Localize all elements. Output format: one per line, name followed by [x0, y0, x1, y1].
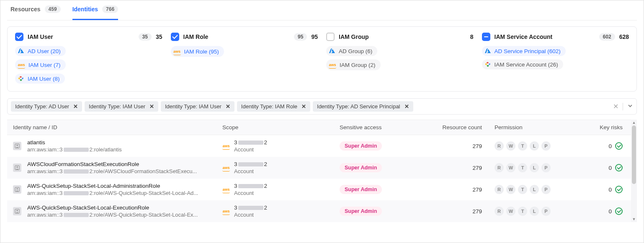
- scope-id: 32: [234, 139, 267, 146]
- chip-remove-icon[interactable]: ✕: [149, 103, 154, 110]
- clear-all-icon[interactable]: ✕: [613, 102, 618, 110]
- identity-table: Identity name / ID Scope Sensitive acces…: [7, 120, 637, 222]
- table-row[interactable]: AWS-QuickSetup-StackSet-Local-ExecutionR…: [7, 200, 637, 222]
- scope-type: Account: [234, 146, 267, 153]
- table-body: atlantis arn:aws:iam::32:role/atlantis a…: [7, 135, 637, 222]
- risk-count: 0: [608, 165, 612, 171]
- perm-pill: T: [518, 141, 527, 151]
- chip-remove-icon[interactable]: ✕: [301, 103, 306, 110]
- table-row[interactable]: atlantis arn:aws:iam::32:role/atlantis a…: [7, 135, 637, 157]
- checkbox-iam-service-account[interactable]: [482, 33, 490, 41]
- perm-pill: W: [506, 207, 515, 216]
- identity-icon: [13, 164, 21, 172]
- permission-pills: RWTLP: [495, 163, 566, 172]
- filter-ad-user[interactable]: AD User (20): [15, 46, 66, 56]
- filter-chip[interactable]: Identity Type: AD User ✕: [11, 101, 82, 112]
- identity-arn: arn:aws:iam::32:role/AWS-QuickSetup-Stac…: [27, 190, 198, 196]
- tab-label: Resources: [10, 6, 41, 13]
- filter-chip[interactable]: Identity Type: IAM User ✕: [161, 101, 234, 112]
- identity-arn: arn:aws:iam::32:role/atlantis: [27, 146, 122, 153]
- filter-ad-service-principal[interactable]: AD Service Principal (602): [482, 46, 566, 56]
- risk-ok-icon: [615, 186, 623, 193]
- checkbox-iam-group[interactable]: [326, 33, 335, 41]
- azure-icon: [18, 48, 24, 54]
- tab-count: 459: [45, 5, 61, 13]
- chip-remove-icon[interactable]: ✕: [73, 103, 78, 110]
- scrollbar[interactable]: ▲ ▼: [631, 120, 637, 222]
- resource-count: 279: [423, 187, 495, 193]
- category-total: 628: [619, 33, 629, 40]
- scroll-thumb[interactable]: [632, 125, 636, 184]
- col-header-resource-count[interactable]: Resource count: [423, 124, 495, 130]
- filter-bar: Identity Type: AD User ✕ Identity Type: …: [7, 98, 637, 115]
- identity-arn: arn:aws:iam::32:role/AWSCloudFormationSt…: [27, 168, 197, 174]
- perm-pill: R: [495, 141, 504, 151]
- category-total: 95: [311, 33, 318, 40]
- aws-icon: aws: [222, 207, 230, 215]
- svg-point-7: [17, 210, 18, 211]
- identity-name: atlantis: [27, 139, 122, 146]
- gcp-icon: [484, 61, 491, 68]
- filter-chip[interactable]: Identity Type: AD Service Principal ✕: [313, 101, 413, 112]
- risk-ok-icon: [615, 142, 623, 150]
- expand-filters-icon[interactable]: [627, 103, 633, 110]
- chip-remove-icon[interactable]: ✕: [404, 103, 409, 110]
- category-subcount: 602: [599, 33, 615, 41]
- scope-type: Account: [234, 190, 267, 196]
- filter-gcp-iam-user[interactable]: IAM User (8): [15, 74, 65, 84]
- perm-pill: W: [506, 141, 515, 151]
- perm-pill: R: [495, 163, 504, 172]
- scope-id: 32: [234, 183, 267, 189]
- category-iam-role: IAM Role 95 95 aws IAM Role (95): [171, 33, 318, 84]
- filter-gcp-iam-service-account[interactable]: IAM Service Account (26): [482, 59, 563, 69]
- filter-aws-iam-user[interactable]: aws IAM User (7): [15, 59, 66, 70]
- sensitive-badge: Super Admin: [340, 163, 382, 172]
- category-title: IAM Role: [183, 33, 209, 40]
- identity-arn: arn:aws:iam::32:role/AWS-QuickSetup-Stac…: [27, 212, 198, 218]
- tab-label: Identities: [72, 6, 98, 13]
- perm-pill: P: [541, 207, 551, 216]
- permission-pills: RWTLP: [495, 207, 566, 216]
- sensitive-badge: Super Admin: [340, 185, 382, 194]
- divider: [623, 103, 623, 110]
- filter-ad-group[interactable]: AD Group (6): [326, 46, 377, 56]
- perm-pill: W: [506, 185, 515, 194]
- identity-icon: [13, 185, 21, 194]
- chip-remove-icon[interactable]: ✕: [226, 103, 230, 110]
- checkbox-iam-user[interactable]: [15, 33, 23, 41]
- scroll-down-icon[interactable]: ▼: [631, 216, 637, 222]
- risk-count: 0: [608, 143, 612, 149]
- risk-count: 0: [608, 187, 612, 193]
- filter-aws-iam-group[interactable]: aws IAM Group (2): [326, 59, 381, 70]
- scroll-up-icon[interactable]: ▲: [631, 120, 637, 125]
- risk-ok-icon: [615, 207, 623, 215]
- filter-aws-iam-role[interactable]: aws IAM Role (95): [171, 46, 224, 57]
- col-header-risk[interactable]: Key risks: [566, 124, 631, 130]
- resource-count: 279: [423, 208, 495, 215]
- tabs: Resources 459 Identities 766: [7, 0, 637, 20]
- category-iam-group: IAM Group 8 AD Group (6) aws IAM Group (…: [326, 33, 474, 84]
- table-row[interactable]: AWS-QuickSetup-StackSet-Local-Administra…: [7, 179, 637, 200]
- perm-pill: L: [530, 163, 539, 172]
- category-title: IAM Group: [339, 33, 369, 40]
- col-header-permission[interactable]: Permission: [495, 124, 566, 130]
- col-header-scope[interactable]: Scope: [222, 124, 340, 130]
- perm-pill: L: [530, 185, 539, 194]
- perm-pill: T: [518, 185, 527, 194]
- aws-icon: aws: [222, 186, 230, 193]
- scope-type: Account: [234, 168, 267, 174]
- risk-count: 0: [608, 208, 612, 215]
- checkbox-iam-role[interactable]: [171, 33, 179, 41]
- risk-ok-icon: [615, 164, 623, 171]
- identity-name: AWS-QuickSetup-StackSet-Local-Administra…: [27, 183, 198, 189]
- col-header-sensitive[interactable]: Sensitive access: [340, 124, 423, 130]
- filter-chip[interactable]: Identity Type: IAM Role ✕: [237, 101, 310, 112]
- svg-point-5: [17, 188, 18, 189]
- tab-identities[interactable]: Identities 766: [72, 5, 118, 20]
- col-header-name[interactable]: Identity name / ID: [13, 124, 222, 130]
- filter-chip[interactable]: Identity Type: IAM User ✕: [85, 101, 158, 112]
- perm-pill: P: [541, 185, 551, 194]
- tab-resources[interactable]: Resources 459: [10, 5, 61, 20]
- table-row[interactable]: AWSCloudFormationStackSetExecutionRole a…: [7, 157, 637, 179]
- table-header: Identity name / ID Scope Sensitive acces…: [7, 120, 637, 135]
